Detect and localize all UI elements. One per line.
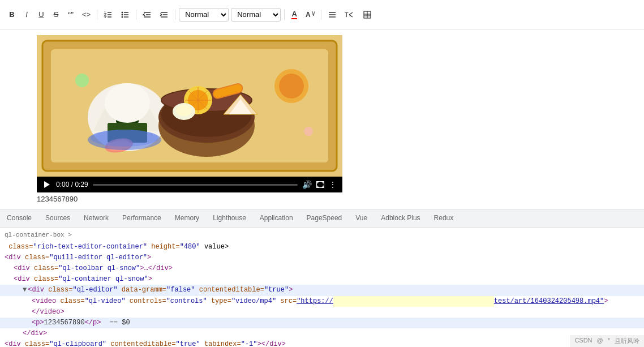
svg-point-52 (75, 74, 89, 87)
code-line-2[interactable]: <div class="quill-editor ql-editor"> (0, 252, 644, 263)
code-line-4[interactable]: <div class="ql-container ql-snow"> (0, 274, 644, 285)
volume-icon[interactable]: 🔊 (302, 180, 312, 189)
code-line-10[interactable]: <div class="ql-clipboard" contenteditabl… (0, 339, 644, 347)
font-family-select[interactable]: Normal (179, 8, 229, 22)
video-thumbnail (37, 35, 342, 177)
tab-sources[interactable]: Sources (38, 209, 77, 228)
tab-lighthouse[interactable]: Lighthouse (206, 209, 253, 228)
bg-color-button[interactable]: A (303, 8, 317, 21)
table-button[interactable] (360, 8, 375, 21)
code-line-8[interactable]: <p>1234567890</p> == $0 (0, 318, 644, 328)
video-container: 0:00 / 0:29 🔊 ⋮ (37, 35, 342, 192)
editor-content: 0:00 / 0:29 🔊 ⋮ 1234567890 (0, 29, 644, 209)
caption: 1234567890 (37, 195, 607, 203)
font-color-button[interactable]: A (288, 8, 300, 21)
progress-bar[interactable] (93, 184, 298, 186)
tab-performance[interactable]: Performance (115, 209, 168, 228)
code-area: ql-container-box > class="rich-text-edit… (0, 228, 644, 347)
text-direction-button[interactable]: T (342, 8, 358, 21)
separator-1 (97, 10, 97, 20)
separator-3 (175, 10, 175, 20)
svg-text:T: T (345, 11, 349, 18)
tab-console[interactable]: Console (0, 209, 38, 228)
svg-point-49 (176, 105, 192, 116)
align-button[interactable] (325, 8, 340, 21)
play-button[interactable] (42, 180, 51, 189)
code-line-5[interactable]: ▼ <div class="ql-editor" data-gramm="fal… (0, 285, 644, 295)
unordered-list-button[interactable] (118, 8, 132, 21)
svg-point-10 (122, 11, 123, 13)
separator-5 (321, 10, 321, 20)
svg-point-35 (105, 83, 150, 123)
tab-application[interactable]: Application (253, 209, 300, 228)
watermark-site: CSDN (574, 337, 592, 345)
more-options-icon[interactable]: ⋮ (329, 180, 337, 189)
code-section: ql-container-box > class="rich-text-edit… (0, 228, 644, 347)
tab-memory[interactable]: Memory (168, 209, 206, 228)
tab-adblock[interactable]: Adblock Plus (374, 209, 427, 228)
strikethrough-button[interactable]: S (50, 8, 62, 21)
code-line-1[interactable]: class="rich-text-editor-container" heigh… (0, 242, 644, 252)
video-controls: 0:00 / 0:29 🔊 ⋮ (37, 177, 342, 192)
italic-button[interactable]: I (20, 8, 33, 21)
editor-toolbar: B I U S “” <> ≡ 1 2 3 (0, 0, 644, 29)
watermark-separator: @ (597, 337, 603, 345)
code-line-6[interactable]: <video class="ql-video" controls="contro… (0, 296, 644, 307)
svg-point-11 (122, 14, 123, 15)
devtools-tabs: Console Sources Network Performance Memo… (0, 209, 644, 228)
watermark-author: 且听风吟 (615, 337, 639, 345)
svg-point-12 (122, 16, 123, 18)
indent-increase-button[interactable] (157, 8, 171, 21)
code-line-9[interactable]: </div> (0, 328, 644, 339)
code-button[interactable]: <> (79, 8, 93, 21)
code-line-7[interactable]: </video> (0, 307, 644, 318)
bold-button[interactable]: B (6, 8, 18, 21)
watermark-star: * (608, 337, 610, 345)
ordered-list-button[interactable]: ≡ 1 2 3 (101, 8, 115, 21)
main-container: B I U S “” <> ≡ 1 2 3 (0, 0, 644, 347)
code-breadcrumb: ql-container-box > (0, 230, 644, 241)
font-size-select[interactable]: Normal (231, 8, 281, 22)
code-line-3[interactable]: <div class="ql-toolbar ql-snow">…</div> (0, 263, 644, 274)
svg-text:A: A (306, 11, 311, 19)
separator-2 (136, 10, 136, 20)
tab-redux[interactable]: Redux (427, 209, 461, 228)
separator-4 (284, 10, 285, 20)
underline-button[interactable]: U (35, 8, 48, 21)
svg-point-53 (304, 127, 313, 136)
tab-pagespeed[interactable]: PageSpeed (300, 209, 349, 228)
fullscreen-icon[interactable] (316, 181, 324, 188)
time-display: 0:00 / 0:29 (56, 181, 88, 189)
expand-triangle[interactable]: ▼ (23, 285, 27, 295)
svg-point-51 (279, 74, 304, 98)
quote-button[interactable]: “” (65, 8, 77, 21)
tab-network[interactable]: Network (77, 209, 115, 228)
svg-point-57 (91, 130, 158, 147)
tab-vue[interactable]: Vue (349, 209, 374, 228)
bottom-watermark: CSDN @ * 且听风吟 (570, 335, 644, 347)
play-icon (44, 181, 50, 188)
indent-decrease-button[interactable] (140, 8, 154, 21)
